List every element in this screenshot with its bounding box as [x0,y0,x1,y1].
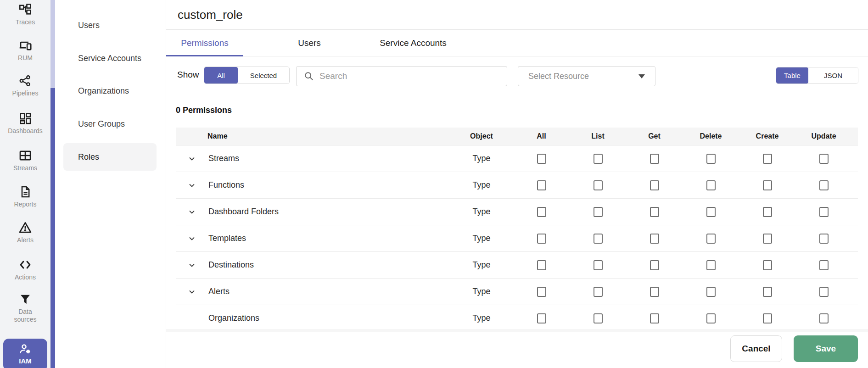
subnav-item-user-groups[interactable]: User Groups [63,110,157,138]
sidebar-item-streams[interactable]: Streams [0,149,50,172]
permission-checkbox-delete[interactable] [706,313,716,323]
active-tab-indicator [166,55,243,56]
dropdown-caret-icon [638,74,645,78]
permission-checkbox-all[interactable] [537,207,546,217]
resource-object-type: Type [450,154,513,163]
permission-checkbox-create[interactable] [763,313,772,323]
permission-checkbox-delete[interactable] [706,260,716,270]
permission-checkbox-update[interactable] [819,313,829,323]
save-button[interactable]: Save [794,335,858,362]
table-row: Templates Type [176,225,858,252]
permission-checkbox-update[interactable] [819,180,829,190]
permission-checkbox-all[interactable] [537,234,546,244]
show-label: Show [177,70,199,80]
sidebar-item-actions[interactable]: Actions [0,258,50,281]
sidebar-item-alerts[interactable]: Alerts [0,221,50,244]
sidebar-item-label: Actions [15,273,36,281]
permission-checkbox-all[interactable] [537,180,546,190]
sidebar-item-label: Traces [16,18,35,26]
permission-checkbox-all[interactable] [537,154,546,164]
permission-checkbox-all[interactable] [537,287,546,297]
permission-checkbox-list[interactable] [594,154,603,164]
subnav-item-service-accounts[interactable]: Service Accounts [63,45,157,72]
permission-checkbox-delete[interactable] [706,207,716,217]
permission-checkbox-all[interactable] [537,260,546,270]
subnav-item-organizations[interactable]: Organizations [63,77,157,105]
filter-all-button[interactable]: All [204,67,238,84]
search-input[interactable] [319,71,507,81]
permission-checkbox-delete[interactable] [706,287,716,297]
chevron-down-icon[interactable] [188,288,196,296]
permission-checkbox-create[interactable] [763,180,772,190]
table-body: Streams Type Functions [176,145,858,329]
show-filter-toggle: All Selected [204,67,290,84]
permission-checkbox-update[interactable] [819,234,829,244]
permission-checkbox-get[interactable] [650,180,659,190]
permission-checkbox-create[interactable] [763,234,772,244]
filter-selected-button[interactable]: Selected [238,67,289,84]
permission-checkbox-update[interactable] [819,207,829,217]
view-json-button[interactable]: JSON [808,67,858,84]
permission-checkbox-delete[interactable] [706,154,716,164]
sidebar-item-traces[interactable]: Traces [0,3,50,26]
tab-permissions[interactable]: Permissions [166,30,243,56]
permission-checkbox-list[interactable] [594,287,603,297]
table-row: Functions Type [176,172,858,199]
permission-checkbox-list[interactable] [594,313,603,323]
chevron-down-icon[interactable] [188,182,196,189]
iam-role-page: Traces RUM Pipelines [0,0,868,368]
sidebar-item-rum[interactable]: RUM [0,39,50,62]
sidebar-item-data-sources[interactable]: Data sources [0,292,50,323]
permission-checkbox-get[interactable] [650,234,659,244]
permission-checkbox-get[interactable] [650,154,659,164]
permission-checkbox-list[interactable] [594,180,603,190]
rum-icon [19,39,32,52]
search-box [296,66,507,86]
subnav-item-roles[interactable]: Roles [63,143,157,171]
column-header-all: All [513,132,570,140]
streams-icon [19,149,32,162]
sidebar-splitter[interactable] [50,0,55,368]
permission-checkbox-get[interactable] [650,207,659,217]
sidebar-item-label: RUM [18,54,33,62]
column-header-get: Get [626,132,683,140]
chevron-down-icon[interactable] [188,235,196,242]
chevron-down-icon[interactable] [188,262,196,269]
permission-checkbox-list[interactable] [594,207,603,217]
cancel-button[interactable]: Cancel [730,335,782,362]
sidebar-item-reports[interactable]: Reports [0,185,50,208]
permission-checkbox-delete[interactable] [706,234,716,244]
sidebar-item-pipelines[interactable]: Pipelines [0,74,50,97]
sidebar-item-iam[interactable]: IAM [3,339,47,368]
permission-checkbox-get[interactable] [650,260,659,270]
permission-checkbox-all[interactable] [537,313,546,323]
permission-checkbox-update[interactable] [819,287,829,297]
resource-select[interactable]: Select Resource [518,66,655,86]
table-row: Streams Type [176,145,858,172]
column-header-name: Name [176,132,450,140]
permission-checkbox-update[interactable] [819,154,829,164]
permission-checkbox-create[interactable] [763,260,772,270]
permission-checkbox-create[interactable] [763,287,772,297]
chevron-down-icon[interactable] [188,208,196,216]
title-row: custom_role [166,0,868,30]
sidebar-item-dashboards[interactable]: Dashboards [0,112,50,135]
chevron-down-icon[interactable] [188,155,196,162]
permission-checkbox-list[interactable] [594,234,603,244]
permission-checkbox-create[interactable] [763,207,772,217]
subnav-item-users[interactable]: Users [63,11,157,39]
resource-name: Templates [208,234,246,243]
search-icon [304,71,314,81]
permission-checkbox-get[interactable] [650,313,659,323]
permission-checkbox-delete[interactable] [706,180,716,190]
sidebar-item-label: Pipelines [12,89,39,97]
permission-checkbox-create[interactable] [763,154,772,164]
permission-checkbox-list[interactable] [594,260,603,270]
tab-users[interactable]: Users [270,30,348,56]
column-header-delete: Delete [683,132,739,140]
splitter-handle[interactable] [50,88,55,368]
permission-checkbox-update[interactable] [819,260,829,270]
tab-service-accounts[interactable]: Service Accounts [374,30,453,56]
view-table-button[interactable]: Table [776,67,808,84]
permission-checkbox-get[interactable] [650,287,659,297]
